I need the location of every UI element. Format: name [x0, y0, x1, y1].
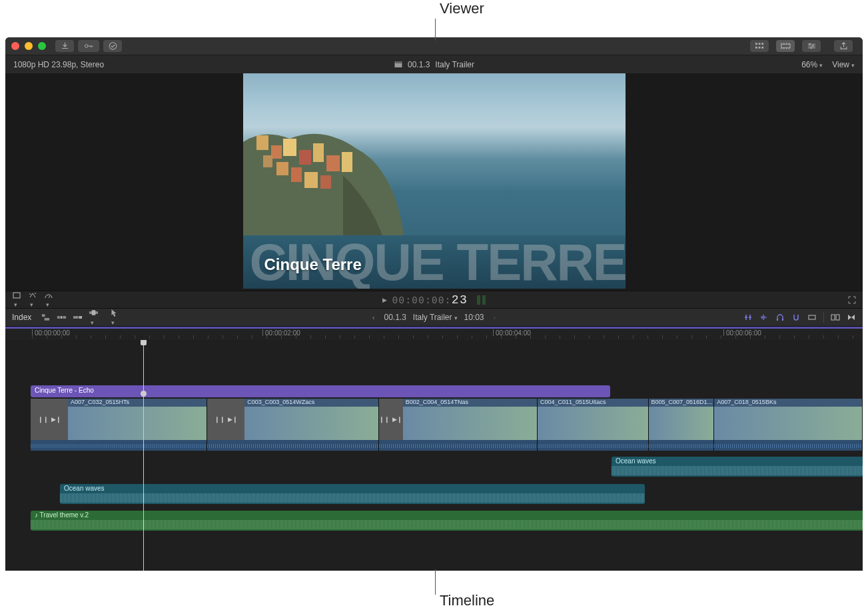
- download-icon: [60, 41, 70, 51]
- solo-button[interactable]: [775, 313, 785, 321]
- view-dropdown[interactable]: View▾: [832, 60, 855, 69]
- video-clip[interactable]: A007_C018_0515BKs: [714, 399, 863, 451]
- clip-appearance-button[interactable]: [807, 313, 817, 321]
- fullscreen-button[interactable]: [848, 296, 856, 304]
- timeline-project-dropdown[interactable]: Italy Trailer▾: [413, 313, 458, 322]
- share-button[interactable]: [834, 40, 853, 52]
- clip-handle[interactable]: ❙❙▶❙: [379, 399, 403, 440]
- clip-audio-wave: [649, 440, 714, 451]
- svg-rect-39: [836, 315, 839, 320]
- clip-label: C003_C003_0514WZacs: [244, 399, 378, 407]
- timeline-tracks-area[interactable]: Cinque Terre - Echo ❙❙▶❙A007_C032_0515HT…: [5, 340, 863, 571]
- timeline-duration: 10:03: [464, 313, 484, 322]
- project-title-group: 00.1.3 Italy Trailer: [394, 60, 474, 69]
- snap-icon: [791, 313, 801, 321]
- timeline-history-forward[interactable]: ›: [491, 313, 499, 321]
- viewer-canvas[interactable]: CINQUE TERRE Cinque Terre: [243, 73, 626, 289]
- effects-browser-button[interactable]: [831, 313, 840, 321]
- clip-thumbnails: [714, 407, 862, 440]
- clip-thumbnails: [244, 407, 378, 440]
- svg-rect-20: [263, 155, 272, 167]
- clip-label: C004_C011_0515U6acs: [538, 399, 648, 407]
- annotation-timeline-label: Timeline: [440, 592, 494, 608]
- svg-rect-17: [313, 143, 324, 162]
- zoom-dropdown[interactable]: 66%▾: [801, 60, 823, 69]
- viewer-area: CINQUE TERRE Cinque Terre: [5, 73, 863, 291]
- transitions-browser-button[interactable]: [847, 313, 856, 321]
- project-info-bar: 1080p HD 23.98p, Stereo 00.1.3 Italy Tra…: [5, 55, 863, 73]
- insert-icon: [57, 313, 67, 322]
- transform-menu[interactable]: ▾: [12, 291, 21, 309]
- insert-clip-button[interactable]: [57, 313, 67, 322]
- speed-menu[interactable]: ▾: [44, 291, 53, 309]
- svg-rect-12: [394, 63, 402, 67]
- import-button[interactable]: [55, 40, 74, 52]
- app-window: 1080p HD 23.98p, Stereo 00.1.3 Italy Tra…: [5, 37, 863, 571]
- title-clip[interactable]: Cinque Terre - Echo: [31, 385, 610, 397]
- video-clip[interactable]: B005_C007_0516D1...: [649, 399, 715, 451]
- checkmark-circle-icon: [108, 41, 118, 51]
- ruler-tick-label: 00:00:06:00: [726, 329, 761, 337]
- clip-audio-wave: [31, 440, 207, 451]
- zoom-window-button[interactable]: [38, 42, 46, 50]
- project-code: 00.1.3: [408, 60, 430, 69]
- svg-rect-31: [73, 316, 79, 319]
- video-clip[interactable]: ❙❙▶❙B002_C004_0514TNas: [379, 399, 538, 451]
- video-clip[interactable]: ❙❙▶❙A007_C032_0515HTs: [31, 399, 207, 451]
- audio-wave-icon: [759, 313, 769, 321]
- clip-audio-wave: [379, 440, 537, 451]
- timeline-ruler[interactable]: 00:00:00:0000:00:02:0000:00:04:0000:00:0…: [5, 327, 863, 340]
- clip-thumbnails: [403, 407, 537, 440]
- clip-label: B002_C004_0514TNas: [403, 399, 537, 407]
- svg-rect-29: [61, 316, 63, 319]
- filmstrip-icon: [781, 41, 791, 51]
- inspector-toggle-button[interactable]: [802, 40, 821, 52]
- browser-toggle-button[interactable]: [750, 40, 769, 52]
- video-clip[interactable]: ❙❙▶❙C003_C003_0514WZacs: [207, 399, 379, 451]
- audio-skimming-button[interactable]: [759, 313, 769, 321]
- audio-clip[interactable]: Ocean waves: [612, 457, 863, 477]
- clip-audio-wave: [207, 440, 378, 451]
- grid-icon: [755, 41, 765, 51]
- audio-clip[interactable]: ♪ Travel theme v.2: [31, 511, 863, 531]
- svg-point-1: [109, 43, 117, 50]
- timecode-display[interactable]: 00:00:00:23: [392, 293, 468, 307]
- play-button[interactable]: ▶: [382, 297, 387, 303]
- audio-clip[interactable]: Ocean waves: [60, 484, 645, 504]
- timeline-toggle-button[interactable]: [776, 40, 795, 52]
- video-clip[interactable]: C004_C011_0515U6acs: [538, 399, 649, 451]
- background-tasks-button[interactable]: [103, 40, 122, 52]
- append-clip-button[interactable]: [73, 313, 83, 322]
- ruler-tick-label: 00:00:00:00: [35, 329, 70, 337]
- svg-rect-19: [342, 152, 352, 172]
- connect-clip-button[interactable]: [41, 313, 51, 322]
- minimize-window-button[interactable]: [25, 42, 33, 50]
- timeline-history-back[interactable]: ‹: [370, 313, 378, 321]
- skimming-button[interactable]: [743, 313, 753, 321]
- svg-rect-5: [755, 47, 757, 49]
- snapping-button[interactable]: [791, 313, 801, 321]
- annotation-viewer-label: Viewer: [440, 0, 484, 17]
- keyword-button[interactable]: [78, 40, 99, 52]
- svg-rect-28: [57, 316, 60, 319]
- clip-handle[interactable]: ❙❙▶❙: [31, 399, 68, 440]
- arrow-cursor-icon: [109, 308, 119, 317]
- svg-rect-37: [809, 315, 815, 319]
- key-icon: [84, 41, 94, 51]
- clip-handle[interactable]: ❙❙▶❙: [207, 399, 244, 440]
- svg-rect-32: [79, 316, 83, 319]
- annotation-timeline-callout: Timeline: [0, 571, 868, 608]
- select-tool-button[interactable]: ▾: [109, 308, 119, 327]
- filmclip-icon: [807, 313, 817, 321]
- svg-rect-3: [758, 43, 760, 45]
- close-window-button[interactable]: [11, 42, 19, 50]
- retime-menu[interactable]: ▾: [28, 291, 37, 309]
- overwrite-clip-button[interactable]: ▾: [89, 308, 99, 327]
- sliders-icon: [807, 41, 817, 51]
- svg-rect-38: [831, 315, 835, 320]
- svg-point-11: [810, 47, 812, 49]
- playhead[interactable]: [143, 340, 144, 571]
- clip-label: A007_C032_0515HTs: [68, 399, 207, 407]
- clip-label: B005_C007_0516D1...: [649, 399, 714, 407]
- timeline-index-button[interactable]: Index: [12, 313, 31, 322]
